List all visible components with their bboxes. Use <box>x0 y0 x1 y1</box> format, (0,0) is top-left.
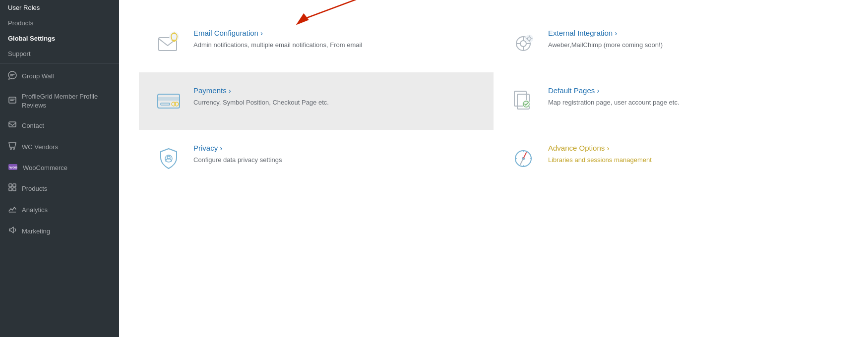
sidebar: User Roles Products Global Settings Supp… <box>0 0 119 337</box>
sidebar-item-wc-vendors-label: WC Vendors <box>22 143 58 152</box>
products-icon <box>8 183 17 194</box>
privacy-title[interactable]: Privacy › <box>193 144 282 152</box>
email-config-desc: Admin notifications, multiple email noti… <box>193 40 362 50</box>
svg-rect-6 <box>9 184 12 187</box>
payments-icon <box>154 86 184 116</box>
privacy-card[interactable]: Privacy › Configure data privacy setting… <box>139 130 494 187</box>
sidebar-item-products-bottom[interactable]: Products <box>0 178 119 199</box>
svg-rect-7 <box>13 184 16 187</box>
email-config-title[interactable]: Email Configuration › <box>193 29 362 37</box>
sidebar-item-contact-label: Contact <box>22 121 44 130</box>
advance-options-card[interactable]: Advance Options › Libraries and sessions… <box>494 130 848 187</box>
sidebar-divider <box>0 63 119 64</box>
wc-vendors-icon <box>8 141 17 153</box>
default-pages-text: Default Pages › Map registration page, u… <box>548 86 680 108</box>
sidebar-item-profile-reviews-label: ProfileGrid Member Profile Reviews <box>22 92 111 110</box>
email-config-icon <box>154 29 184 58</box>
group-wall-icon <box>8 71 17 82</box>
privacy-desc: Configure data privacy settings <box>193 155 282 165</box>
advance-options-icon <box>508 144 538 173</box>
sidebar-item-support[interactable]: Support <box>0 46 119 61</box>
payments-title[interactable]: Payments › <box>193 86 329 95</box>
email-config-text: Email Configuration › Admin notification… <box>193 29 362 50</box>
sidebar-item-global-settings[interactable]: Global Settings <box>0 31 119 46</box>
svg-point-2 <box>10 148 12 150</box>
external-integration-card[interactable]: External Integration › Aweber,MailChimp … <box>494 15 848 72</box>
main-content: Email Configuration › Admin notification… <box>119 0 868 337</box>
sidebar-item-group-wall[interactable]: Group Wall <box>0 66 119 87</box>
privacy-icon <box>154 144 184 173</box>
external-integration-desc: Aweber,MailChimp (more coming soon!) <box>548 40 663 50</box>
svg-rect-9 <box>13 188 16 191</box>
analytics-icon <box>8 204 17 216</box>
sidebar-item-products-bottom-label: Products <box>22 184 47 193</box>
sidebar-item-profile-reviews[interactable]: ProfileGrid Member Profile Reviews <box>0 87 119 115</box>
advance-options-desc: Libraries and sessions management <box>548 155 652 165</box>
sidebar-item-products-top[interactable]: Products <box>0 15 119 31</box>
payments-card[interactable]: Payments › Currency, Symbol Position, Ch… <box>139 72 494 130</box>
svg-text:woo: woo <box>9 165 17 169</box>
marketing-icon <box>8 225 17 237</box>
advance-options-title[interactable]: Advance Options › <box>548 144 652 152</box>
advance-options-text: Advance Options › Libraries and sessions… <box>548 144 652 165</box>
settings-grid: Email Configuration › Admin notification… <box>139 15 848 187</box>
sidebar-item-wc-vendors[interactable]: WC Vendors <box>0 136 119 158</box>
default-pages-title[interactable]: Default Pages › <box>548 86 680 95</box>
payments-text: Payments › Currency, Symbol Position, Ch… <box>193 86 329 108</box>
svg-point-17 <box>520 41 526 47</box>
svg-rect-0 <box>9 97 16 103</box>
contact-icon <box>8 120 17 131</box>
profile-reviews-icon <box>8 96 17 107</box>
sidebar-item-marketing-label: Marketing <box>22 227 50 236</box>
external-integration-text: External Integration › Aweber,MailChimp … <box>548 29 663 50</box>
external-integration-icon <box>508 29 538 58</box>
email-config-card[interactable]: Email Configuration › Admin notification… <box>139 15 494 72</box>
sidebar-item-woocommerce-label: WooCommerce <box>23 164 67 172</box>
default-pages-card[interactable]: Default Pages › Map registration page, u… <box>494 72 848 130</box>
svg-line-41 <box>523 153 526 159</box>
svg-point-3 <box>13 148 15 150</box>
svg-rect-8 <box>9 188 12 191</box>
payments-desc: Currency, Symbol Position, Checkout Page… <box>193 98 329 108</box>
external-integration-title[interactable]: External Integration › <box>548 29 663 37</box>
woocommerce-icon: woo <box>8 163 18 173</box>
sidebar-item-group-wall-label: Group Wall <box>22 72 54 81</box>
sidebar-item-contact[interactable]: Contact <box>0 115 119 136</box>
default-pages-icon <box>508 86 538 116</box>
sidebar-item-analytics[interactable]: Analytics <box>0 199 119 221</box>
svg-point-32 <box>175 102 179 106</box>
privacy-text: Privacy › Configure data privacy setting… <box>193 144 282 165</box>
svg-rect-29 <box>158 97 180 101</box>
svg-rect-30 <box>161 103 170 105</box>
sidebar-item-user-roles[interactable]: User Roles <box>0 0 119 15</box>
sidebar-item-marketing[interactable]: Marketing <box>0 221 119 242</box>
sidebar-item-woocommerce[interactable]: woo WooCommerce <box>0 158 119 178</box>
svg-line-42 <box>520 159 523 165</box>
sidebar-item-analytics-label: Analytics <box>22 206 48 215</box>
default-pages-desc: Map registration page, user account page… <box>548 98 680 108</box>
svg-rect-1 <box>9 122 16 127</box>
